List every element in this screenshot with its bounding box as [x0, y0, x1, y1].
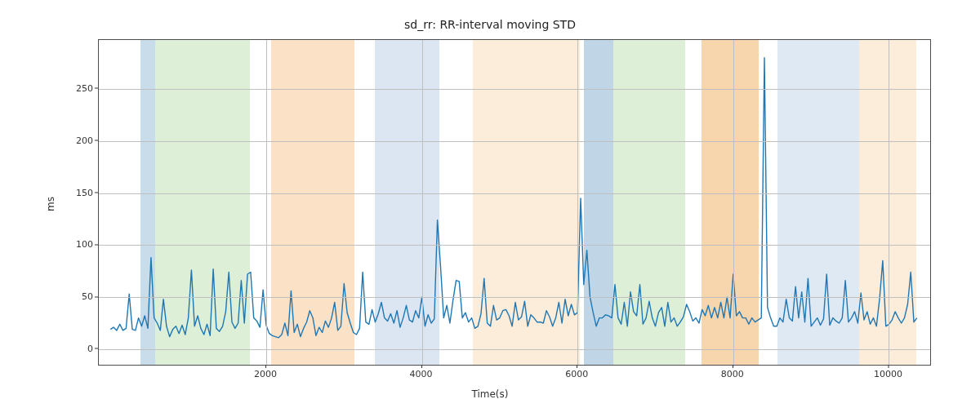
gridline-vertical — [266, 40, 267, 365]
gridline-horizontal — [99, 89, 930, 90]
y-tick-label: 250 — [0, 82, 93, 93]
y-axis-label: ms — [45, 197, 56, 211]
chart-figure: sd_rr: RR-interval moving STD 2000400060… — [0, 0, 980, 408]
x-axis-label: Time(s) — [0, 388, 980, 400]
x-tick-label: 4000 — [410, 369, 433, 379]
x-tick-label: 10000 — [874, 369, 902, 379]
gridline-horizontal — [99, 297, 930, 298]
chart-title: sd_rr: RR-interval moving STD — [0, 18, 980, 31]
gridline-horizontal — [99, 245, 930, 246]
gridline-vertical — [422, 40, 423, 365]
gridline-vertical — [733, 40, 734, 365]
x-tick-label: 8000 — [721, 369, 744, 379]
plot-area — [98, 39, 931, 366]
y-tick-label: 200 — [0, 135, 93, 145]
gridline-vertical — [889, 40, 889, 365]
gridline-vertical — [577, 40, 578, 365]
x-tick-label: 2000 — [254, 369, 277, 379]
y-tick-label: 100 — [0, 239, 93, 250]
gridline-horizontal — [99, 141, 930, 142]
y-tick-label: 50 — [0, 291, 93, 302]
x-tick-label: 6000 — [565, 369, 588, 379]
gridline-horizontal — [99, 349, 930, 350]
y-tick-label: 0 — [0, 343, 93, 353]
gridline-horizontal — [99, 193, 930, 194]
